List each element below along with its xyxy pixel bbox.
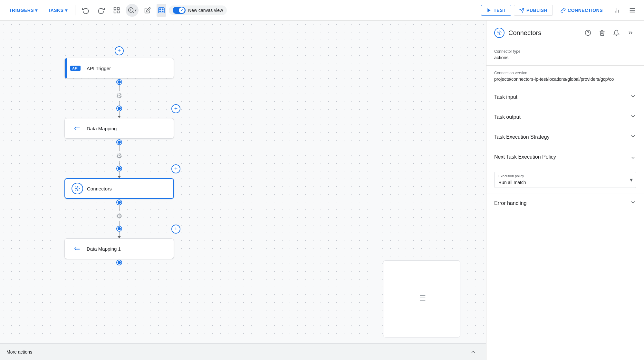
error-handling-header[interactable]: Error handling <box>486 193 644 213</box>
floating-card <box>383 260 460 337</box>
connectors-node[interactable]: Connectors <box>64 178 174 199</box>
execution-policy-select[interactable]: Run all match Run first match <box>495 172 636 188</box>
data-mapping-node[interactable]: ⇐ Data Mapping <box>64 118 174 139</box>
next-task-execution-policy-chevron <box>630 153 636 161</box>
canvas-view-button[interactable] <box>157 4 166 17</box>
separator-1 <box>75 5 75 15</box>
svg-marker-13 <box>488 8 491 12</box>
add-after-api-button[interactable]: + <box>171 104 180 113</box>
analytics-button[interactable] <box>610 4 623 17</box>
task-output-title: Task output <box>494 114 521 120</box>
flow-container: + API API Trigger ⚙ + <box>64 46 174 265</box>
api-stripe <box>65 58 67 78</box>
add-after-dm-button[interactable]: + <box>171 164 180 173</box>
new-canvas-view-toggle[interactable]: New canvas view <box>169 5 227 15</box>
zoom-button[interactable]: ▾ <box>126 4 139 17</box>
add-after-conn-button[interactable]: + <box>171 225 180 234</box>
panel-help-button[interactable] <box>582 27 594 39</box>
svg-rect-1 <box>117 7 119 9</box>
connection-version-value: projects/connectors-ip-test/locations/gl… <box>494 77 636 82</box>
arrow-2 <box>118 176 121 178</box>
api-icon: API <box>71 62 83 74</box>
triggers-button[interactable]: TRIGGERS ▾ <box>5 6 42 15</box>
data-mapping-step: ⇐ Data Mapping ⚙ + <box>64 118 174 178</box>
tasks-button[interactable]: TASKS ▾ <box>44 6 71 15</box>
redo-button[interactable] <box>95 4 108 17</box>
vline-8 <box>119 221 120 226</box>
data-mapping-1-node[interactable]: ⇐ Data Mapping 1 <box>64 238 174 259</box>
toolbar-right: TEST PUBLISH CONNECTIONS <box>481 4 639 17</box>
connection-version-label: Connection version <box>494 71 636 75</box>
api-trigger-node[interactable]: API API Trigger <box>64 58 174 78</box>
svg-rect-9 <box>159 8 161 10</box>
menu-button[interactable] <box>626 4 639 17</box>
task-output-header[interactable]: Task output <box>486 107 644 127</box>
svg-rect-2 <box>117 11 119 13</box>
tasks-chevron-icon: ▾ <box>65 8 68 13</box>
connector-dot-5 <box>117 200 121 205</box>
task-output-section: Task output <box>486 107 644 127</box>
error-handling-title: Error handling <box>494 200 527 206</box>
data-mapping-1-label: Data Mapping 1 <box>87 246 121 252</box>
panel-close-button[interactable] <box>625 27 636 39</box>
test-button[interactable]: TEST <box>481 5 511 16</box>
gear-icon-1[interactable]: ⚙ <box>114 91 124 101</box>
connector-dot-1 <box>117 80 121 84</box>
add-before-api-button[interactable]: + <box>115 46 124 55</box>
zoom-chevron-icon: ▾ <box>135 8 137 13</box>
toolbar: TRIGGERS ▾ TASKS ▾ ▾ New canvas view TES… <box>0 0 644 21</box>
publish-button[interactable]: PUBLISH <box>514 5 553 16</box>
layout-button[interactable] <box>110 4 123 17</box>
edit-button[interactable] <box>141 4 154 17</box>
svg-point-29 <box>499 32 500 33</box>
svg-rect-10 <box>162 8 164 10</box>
connector-type-value: actions <box>494 55 636 60</box>
side-panel: Connectors Connector type actions <box>486 21 644 360</box>
data-mapping-1-icon: ⇐ <box>71 243 83 254</box>
next-task-execution-policy-header[interactable]: Next Task Execution Policy <box>486 147 644 167</box>
connection-version-info: Connection version projects/connectors-i… <box>486 66 644 87</box>
svg-rect-12 <box>162 10 164 12</box>
connector-dot-2 <box>117 106 121 111</box>
data-mapping-icon: ⇐ <box>71 123 83 134</box>
gear-icon-3[interactable]: ⚙ <box>114 211 124 221</box>
connections-button[interactable]: CONNECTIONS <box>555 5 608 15</box>
floating-card-icon <box>417 293 427 305</box>
connector-type-info: Connector type actions <box>486 44 644 66</box>
arrow-3 <box>118 236 121 238</box>
undo-button[interactable] <box>79 4 92 17</box>
vline-7 <box>119 205 120 211</box>
vline-1 <box>119 84 120 91</box>
task-input-header[interactable]: Task input <box>486 87 644 107</box>
vline-4 <box>119 144 120 151</box>
execution-policy-wrapper: Execution policy Run all match Run first… <box>494 172 636 188</box>
vline-6 <box>119 171 120 176</box>
main-layout: + API API Trigger ⚙ + <box>0 21 644 360</box>
vline-9 <box>119 231 120 236</box>
data-mapping-label: Data Mapping <box>87 126 117 131</box>
more-actions-expand-button[interactable] <box>467 346 480 358</box>
canvas-area[interactable]: + API API Trigger ⚙ + <box>0 21 486 360</box>
task-execution-strategy-header[interactable]: Task Execution Strategy <box>486 127 644 147</box>
connector-dot-6 <box>117 226 121 231</box>
panel-delete-button[interactable] <box>596 27 608 39</box>
task-execution-strategy-section: Task Execution Strategy <box>486 127 644 147</box>
svg-rect-3 <box>114 11 116 13</box>
vline-2 <box>119 101 120 106</box>
arrow-1 <box>118 116 121 118</box>
connector-dot-3 <box>117 140 121 144</box>
panel-bell-button[interactable] <box>610 27 622 39</box>
connector-dot-7 <box>117 260 121 265</box>
task-input-chevron <box>630 93 636 101</box>
connectors-icon <box>72 183 83 194</box>
next-task-execution-policy-section: Next Task Execution Policy Execution pol… <box>486 147 644 193</box>
svg-rect-11 <box>159 10 161 12</box>
next-task-execution-policy-title: Next Task Execution Policy <box>494 154 556 160</box>
more-actions-bar: More actions <box>0 343 486 360</box>
task-output-chevron <box>630 113 636 121</box>
vline-5 <box>119 161 120 166</box>
task-execution-strategy-title: Task Execution Strategy <box>494 134 550 140</box>
toggle-switch[interactable] <box>173 7 186 14</box>
panel-header: Connectors <box>486 21 644 44</box>
gear-icon-2[interactable]: ⚙ <box>114 151 124 161</box>
